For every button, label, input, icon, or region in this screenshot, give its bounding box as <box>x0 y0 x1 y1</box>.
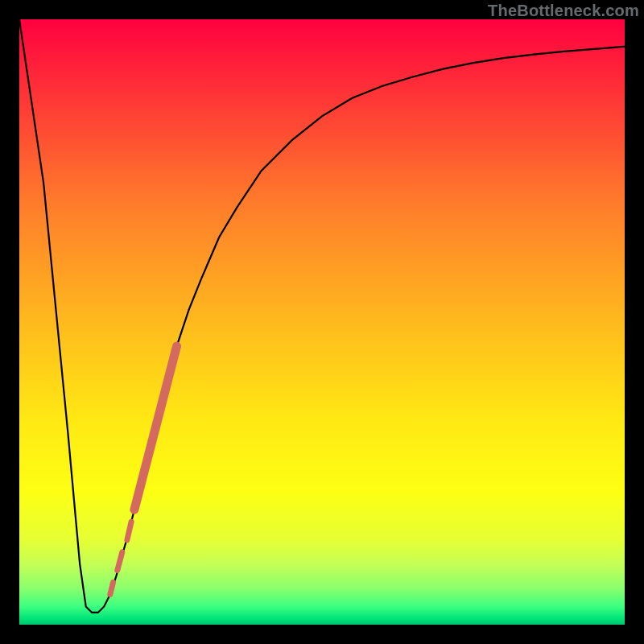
curve-layer <box>19 19 625 625</box>
curve-marker <box>118 552 122 571</box>
plot-area <box>19 19 625 625</box>
curve-marker <box>110 582 114 594</box>
chart-frame: TheBottleneck.com <box>0 0 644 644</box>
watermark-text: TheBottleneck.com <box>488 2 639 20</box>
curve-marker <box>127 522 131 540</box>
curve-marker <box>134 346 177 510</box>
marker-group <box>110 346 177 594</box>
bottleneck-curve <box>19 19 625 613</box>
